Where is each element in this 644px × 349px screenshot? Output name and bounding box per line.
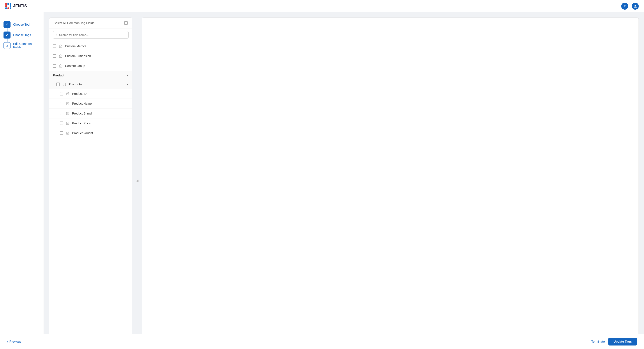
custom-metrics-checkbox[interactable] — [53, 44, 56, 48]
logo-dot-9 — [10, 7, 12, 9]
product-price-label: Product Price — [72, 121, 128, 125]
list-item: Content Group — [49, 61, 132, 71]
content-area: Select All Common Tag Fields ⌕ — [44, 12, 644, 349]
products-subsection-title: Products — [68, 82, 82, 86]
header-actions: ? — [621, 3, 639, 10]
previous-arrow-icon: ‹ — [7, 340, 8, 343]
field-list: Custom Metrics Custom Dimension — [49, 41, 132, 344]
logo-dot-7 — [5, 7, 7, 9]
products-chevron-icon: ▲ — [126, 83, 128, 86]
user-icon — [634, 4, 637, 8]
help-button[interactable]: ? — [621, 3, 628, 10]
main-layout: Choose Tool Choose Tags 3 Edit Common Fi… — [0, 12, 644, 349]
product-brand-label: Product Brand — [72, 112, 128, 115]
logo-dot-2 — [8, 3, 9, 5]
logo-dot-5 — [8, 5, 9, 7]
search-wrapper: ⌕ — [53, 31, 128, 38]
step-label-3[interactable]: Edit Common Fields — [13, 42, 40, 49]
product-section-title: Product — [53, 73, 64, 77]
logo-icon — [5, 3, 12, 9]
search-box: ⌕ — [49, 28, 132, 41]
custom-dimension-label: Custom Dimension — [65, 54, 128, 58]
section-header-left: Product — [53, 73, 64, 77]
product-brand-checkbox[interactable] — [60, 112, 63, 115]
list-item: Product ID — [49, 89, 132, 99]
edit-icon-5 — [66, 131, 70, 135]
resize-handle[interactable]: ◀ — [136, 17, 138, 344]
edit-icon-1 — [66, 91, 70, 96]
step-choose-tags[interactable]: Choose Tags — [4, 30, 40, 40]
previous-label: Previous — [10, 340, 21, 343]
sidebar: Choose Tool Choose Tags 3 Edit Common Fi… — [0, 12, 44, 349]
step-edit-common-fields[interactable]: 3 Edit Common Fields — [4, 40, 40, 51]
user-button[interactable] — [632, 3, 639, 10]
product-section: Product ▲ Produc — [49, 71, 132, 138]
product-name-checkbox[interactable] — [60, 102, 63, 105]
logo-dot-1 — [5, 3, 7, 5]
search-input[interactable] — [59, 33, 126, 36]
bracket-icon — [62, 82, 66, 86]
stack-icon-3 — [58, 64, 63, 68]
custom-dimension-checkbox[interactable] — [53, 54, 56, 58]
footer-right: Terminate Update Tags — [592, 338, 637, 346]
subsection-header-left: Products — [56, 82, 82, 86]
step-label-1[interactable]: Choose Tool — [13, 23, 30, 26]
logo-text: JENTIS — [13, 4, 27, 8]
edit-icon-4 — [66, 121, 70, 125]
products-subsection-header[interactable]: Products ▲ — [49, 80, 132, 89]
custom-metrics-label: Custom Metrics — [65, 44, 128, 48]
product-name-label: Product Name — [72, 102, 128, 105]
edit-icon-2 — [66, 101, 70, 106]
product-id-label: Product ID — [72, 92, 128, 95]
standalone-section: Custom Metrics Custom Dimension — [49, 41, 132, 71]
select-all-checkbox[interactable] — [124, 21, 128, 25]
step-badge-2 — [4, 31, 10, 38]
step-badge-1 — [4, 21, 10, 28]
footer: ‹ Previous Terminate Update Tags — [0, 334, 644, 349]
logo-dot-3 — [10, 3, 12, 5]
list-item: Product Variant — [49, 128, 132, 138]
list-item: Custom Metrics — [49, 41, 132, 51]
fields-panel: Select All Common Tag Fields ⌕ — [49, 17, 132, 344]
edit-icon-3 — [66, 111, 70, 116]
step-choose-tool[interactable]: Choose Tool — [4, 19, 40, 30]
logo: JENTIS — [5, 3, 27, 9]
product-id-checkbox[interactable] — [60, 92, 63, 95]
stack-icon-1 — [58, 44, 63, 48]
product-price-checkbox[interactable] — [60, 121, 63, 125]
product-chevron-icon: ▲ — [126, 74, 128, 77]
content-group-label: Content Group — [65, 64, 128, 68]
product-section-header[interactable]: Product ▲ — [49, 71, 132, 80]
stack-icon-2 — [58, 54, 63, 58]
list-item: Product Brand — [49, 109, 132, 118]
logo-dot-6 — [10, 5, 12, 7]
products-checkbox[interactable] — [56, 82, 60, 86]
search-icon: ⌕ — [56, 33, 58, 36]
list-item: Product Name — [49, 99, 132, 109]
content-group-checkbox[interactable] — [53, 64, 56, 68]
previous-button[interactable]: ‹ Previous — [7, 340, 21, 343]
select-all-label: Select All Common Tag Fields — [54, 21, 94, 25]
header: JENTIS ? — [0, 0, 644, 12]
terminate-button[interactable]: Terminate — [592, 340, 605, 343]
product-variant-checkbox[interactable] — [60, 131, 63, 135]
logo-dot-4 — [5, 5, 7, 7]
list-item: Custom Dimension — [49, 51, 132, 61]
product-variant-label: Product Variant — [72, 131, 128, 135]
step-badge-3: 3 — [4, 42, 10, 49]
panel-header: Select All Common Tag Fields — [49, 18, 132, 28]
logo-dot-8 — [8, 7, 9, 9]
list-item: Product Price — [49, 118, 132, 128]
right-panel — [142, 17, 639, 344]
update-tags-button[interactable]: Update Tags — [608, 338, 637, 346]
step-label-2[interactable]: Choose Tags — [13, 33, 31, 37]
